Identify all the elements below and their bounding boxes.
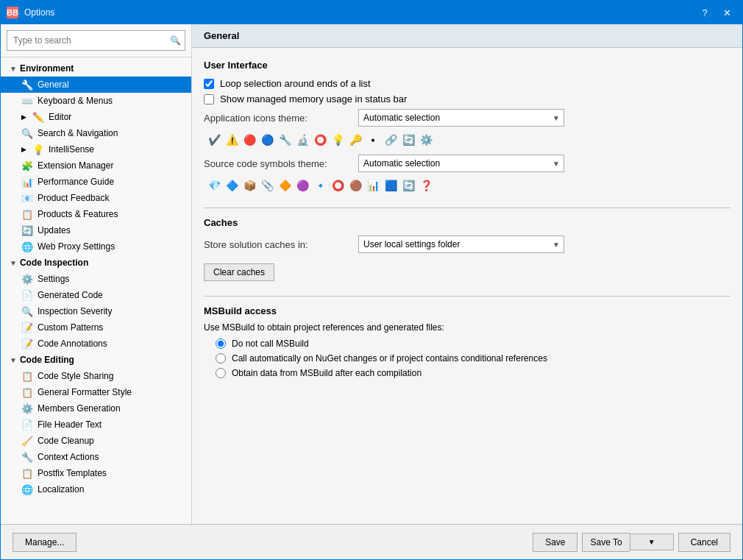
sidebar-item-general[interactable]: 🔧 General — [1, 77, 191, 93]
radio-no-call-input[interactable] — [216, 339, 226, 349]
sidebar-item-label: Postfix Templates — [38, 468, 107, 478]
codestyle-icon: 📋 — [21, 370, 33, 382]
cancel-button[interactable]: Cancel — [678, 533, 730, 552]
show-memory-row: Show managed memory usage in status bar — [204, 93, 730, 104]
sidebar-item-performance[interactable]: 📊 Performance Guide — [1, 174, 191, 190]
radio-after-compile-label: Obtain data from MSBuild after each comp… — [232, 368, 422, 378]
caches-section-title: Caches — [204, 217, 730, 228]
sidebar-item-members[interactable]: ⚙️ Members Generation — [1, 400, 191, 417]
bottom-left: Manage... — [13, 533, 77, 552]
general-icon: 🔧 — [21, 79, 33, 91]
environment-label: Environment — [20, 63, 74, 74]
divider-2 — [204, 296, 730, 297]
search-nav-icon: 🔍 — [21, 127, 33, 139]
msbuild-radio-group: Do not call MSBuild Call automatically o… — [204, 339, 730, 378]
sidebar-item-keyboard[interactable]: ⌨️ Keyboard & Menus — [1, 93, 191, 109]
source-symbols-row: Source code symbols theme: Automatic sel… — [204, 155, 730, 172]
divider-1 — [204, 208, 730, 208]
sidebar-item-context[interactable]: 🔧 Context Actions — [1, 449, 191, 465]
sidebar-item-label: Performance Guide — [38, 177, 114, 187]
source-icon-13: ❓ — [419, 178, 433, 193]
sidebar-item-settings[interactable]: ⚙️ Settings — [1, 271, 191, 287]
theme-icon-error: 🔴 — [242, 132, 257, 147]
postfix-icon: 📋 — [21, 467, 33, 479]
save-button[interactable]: Save — [533, 533, 577, 552]
sidebar-item-formatter[interactable]: 📋 General Formatter Style — [1, 384, 191, 400]
webproxy-icon: 🌐 — [21, 241, 33, 252]
theme-icon-refresh: 🔄 — [401, 132, 416, 147]
radio-auto-call-input[interactable] — [216, 353, 226, 364]
sidebar-item-header[interactable]: 📄 File Header Text — [1, 417, 191, 433]
sidebar-item-updates[interactable]: 🔄 Updates — [1, 222, 191, 238]
save-to-dropdown[interactable]: ▼ — [630, 534, 674, 550]
sidebar-item-extension[interactable]: 🧩 Extension Manager — [1, 157, 191, 174]
caches-section: Caches Store solution caches in: User lo… — [204, 217, 730, 281]
store-caches-row: Store solution caches in: User local set… — [204, 235, 730, 253]
app-icon: BB — [7, 7, 18, 18]
store-caches-label: Store solution caches in: — [204, 239, 351, 250]
theme-icon-tool: 🔧 — [277, 132, 292, 147]
annotations-icon: 📝 — [21, 338, 33, 350]
help-button[interactable]: ? — [695, 5, 714, 20]
sidebar-item-generated[interactable]: 📄 Generated Code — [1, 287, 191, 303]
sidebar-item-webproxy[interactable]: 🌐 Web Proxy Settings — [1, 238, 191, 255]
loop-selection-row: Loop selection around ends of a list — [204, 78, 730, 89]
sidebar-item-label: Context Actions — [38, 452, 99, 462]
source-icon-11: 🟦 — [383, 178, 398, 193]
source-icon-9: 🟤 — [348, 178, 363, 193]
sidebar-item-label: Keyboard & Menus — [38, 96, 113, 106]
manage-button[interactable]: Manage... — [13, 533, 77, 552]
source-icon-5: 🔶 — [277, 178, 292, 193]
source-icon-1: 💎 — [207, 178, 221, 193]
sidebar-item-label: IntelliSense — [49, 144, 94, 155]
sidebar-item-label: Code Annotations — [38, 339, 107, 349]
sidebar-item-codestyle[interactable]: 📋 Code Style Sharing — [1, 368, 191, 384]
source-icon-7: 🔹 — [313, 178, 327, 193]
sidebar-item-feedback[interactable]: 📧 Product Feedback — [1, 190, 191, 206]
source-symbols-select[interactable]: Automatic selection Classic Modern — [358, 155, 564, 172]
radio-no-call-label: Do not call MSBuild — [232, 339, 309, 349]
sidebar-item-label: Updates — [38, 225, 71, 235]
code-editing-label: Code Editing — [20, 355, 74, 365]
app-icons-select-wrapper: Automatic selection Classic Modern ▼ — [358, 109, 564, 127]
show-memory-label: Show managed memory usage in status bar — [220, 93, 407, 104]
source-icon-10: 📊 — [366, 178, 380, 193]
sidebar-item-products[interactable]: 📋 Products & Features — [1, 206, 191, 222]
expand-icon: ▼ — [10, 356, 17, 364]
sidebar-item-patterns[interactable]: 📝 Custom Patterns — [1, 319, 191, 336]
search-input[interactable] — [7, 30, 185, 51]
code-inspection-group: ▼ Code Inspection — [1, 255, 191, 271]
radio-auto-call: Call automatically on NuGet changes or i… — [216, 353, 730, 364]
store-caches-select[interactable]: User local settings folder System temp f… — [358, 235, 564, 253]
sidebar-item-postfix[interactable]: 📋 Postfix Templates — [1, 465, 191, 481]
user-interface-section: User Interface Loop selection around end… — [204, 60, 730, 193]
sidebar-item-severity[interactable]: 🔍 Inspection Severity — [1, 303, 191, 319]
save-to-button[interactable]: Save To — [582, 533, 629, 552]
sidebar-item-label: Inspection Severity — [38, 306, 112, 316]
clear-caches-button[interactable]: Clear caches — [204, 263, 274, 281]
sidebar-item-label: Generated Code — [38, 290, 103, 300]
theme-icon-warn: ⚠️ — [224, 132, 239, 147]
intellisense-expand-icon: ▶ — [21, 146, 26, 153]
updates-icon: 🔄 — [21, 224, 33, 236]
app-icons-select[interactable]: Automatic selection Classic Modern — [358, 109, 564, 127]
sidebar-item-annotations[interactable]: 📝 Code Annotations — [1, 336, 191, 352]
sidebar-item-cleanup[interactable]: 🧹 Code Cleanup — [1, 433, 191, 449]
expand-icon: ▼ — [10, 259, 17, 267]
loop-selection-checkbox[interactable] — [204, 79, 214, 89]
sidebar-item-label: Members Generation — [38, 403, 121, 414]
sidebar-item-intellisense[interactable]: ▶ 💡 IntelliSense — [1, 141, 191, 157]
sidebar-item-editor[interactable]: ▶ ✏️ Editor — [1, 109, 191, 125]
close-button[interactable]: ✕ — [717, 5, 736, 20]
theme-icon-light: 💡 — [330, 132, 345, 147]
sidebar-item-label: Product Feedback — [38, 193, 109, 203]
theme-icon-micro: 🔬 — [295, 132, 310, 147]
severity-icon: 🔍 — [21, 305, 33, 317]
editor-expand-icon: ▶ — [21, 113, 26, 121]
show-memory-checkbox[interactable] — [204, 94, 214, 104]
radio-after-compile-input[interactable] — [216, 368, 226, 378]
settings-icon: ⚙️ — [21, 273, 33, 285]
sidebar-item-localization[interactable]: 🌐 Localization — [1, 481, 191, 497]
sidebar-item-search[interactable]: 🔍 Search & Navigation — [1, 125, 191, 141]
app-icons-label: Application icons theme: — [204, 113, 351, 124]
